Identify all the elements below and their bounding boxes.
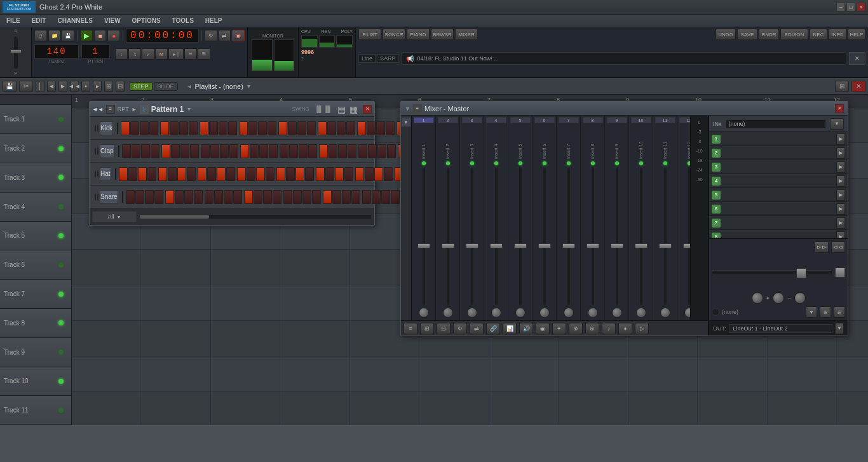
hat-pad-18[interactable] xyxy=(286,167,295,181)
ch-knob-9[interactable] xyxy=(612,308,622,318)
track-8[interactable]: Track 8 xyxy=(0,309,71,338)
minimize-button[interactable]: ─ xyxy=(836,3,845,11)
record-button[interactable]: ● xyxy=(107,30,120,41)
ch-led-10[interactable] xyxy=(639,161,643,165)
master-fader-handle[interactable] xyxy=(796,268,806,278)
ch-fader-handle-5[interactable] xyxy=(514,243,527,248)
snare-pad-28[interactable] xyxy=(391,190,400,204)
clap-pan[interactable] xyxy=(97,147,98,155)
piano-button[interactable]: PIANO xyxy=(407,29,430,40)
slot-1-open-btn[interactable]: ▶ xyxy=(836,133,845,145)
slot-4-open-btn[interactable]: ▶ xyxy=(836,175,845,187)
hat-pad-4[interactable] xyxy=(147,167,156,181)
track-4[interactable]: Track 4 xyxy=(0,193,71,222)
clap-pad-18[interactable] xyxy=(289,144,298,158)
clap-pad-24[interactable] xyxy=(348,144,356,158)
plist-button[interactable]: P.LIST xyxy=(358,29,381,40)
ch-fader-track-4[interactable] xyxy=(495,168,498,305)
snare-pad-5[interactable] xyxy=(165,190,174,204)
mixer-slot-8[interactable]: 8 ▶ xyxy=(709,230,848,238)
kick-pad-9[interactable] xyxy=(200,121,208,135)
beat-seq-arrow[interactable]: ▼ xyxy=(186,106,192,112)
snare-pad-24[interactable] xyxy=(351,190,360,204)
kick-pad-26[interactable] xyxy=(367,121,376,135)
track-7[interactable]: Track 7 xyxy=(0,280,71,309)
hat-pad-6[interactable] xyxy=(168,167,177,181)
clap-pad-10[interactable] xyxy=(210,144,219,158)
ch-knob-4[interactable] xyxy=(491,308,501,318)
ch-led-4[interactable] xyxy=(494,161,498,165)
menu-edit[interactable]: EDIT xyxy=(27,16,51,25)
ch-fader-track-1[interactable] xyxy=(423,168,425,305)
ch-knob-2[interactable] xyxy=(443,308,453,318)
slot-5-open-btn[interactable]: ▶ xyxy=(836,189,845,201)
kick-pad-4[interactable] xyxy=(149,121,158,135)
mixer-tb-11[interactable]: ⊕ xyxy=(569,323,583,334)
snare-pad-17[interactable] xyxy=(283,190,292,204)
menu-options[interactable]: OPTIONs xyxy=(127,16,166,25)
kick-vol[interactable] xyxy=(95,125,96,132)
ch-fader-handle-10[interactable] xyxy=(635,243,648,248)
hat-pad-23[interactable] xyxy=(335,167,344,181)
hat-pad-17[interactable] xyxy=(276,167,285,181)
new-button[interactable]: 🗋 xyxy=(34,30,47,41)
kick-pad-12[interactable] xyxy=(228,121,237,135)
clap-pad-16[interactable] xyxy=(269,144,278,158)
kick-pad-7[interactable] xyxy=(179,121,188,135)
master-pan-knob[interactable] xyxy=(835,268,845,278)
mixer-knob-2[interactable] xyxy=(773,292,784,304)
ch-num-1[interactable]: 1 xyxy=(414,117,434,123)
kick-pan[interactable] xyxy=(97,125,98,132)
mixer-tb-5[interactable]: ⇌ xyxy=(470,323,484,334)
clap-pad-2[interactable] xyxy=(132,144,140,158)
slot-2-open-btn[interactable]: ▶ xyxy=(836,147,845,159)
track-2[interactable]: Track 2 xyxy=(0,134,71,163)
hat-pad-28[interactable] xyxy=(384,167,393,181)
ch-led-2[interactable] xyxy=(446,161,450,165)
open-button[interactable]: 📁 xyxy=(48,30,61,41)
mixer-tb-13[interactable]: ♪ xyxy=(602,323,616,334)
mixer-tb-9[interactable]: ◉ xyxy=(536,323,550,334)
mixer-ff-btn[interactable]: ⊳⊳ xyxy=(815,241,829,253)
snare-pad-1[interactable] xyxy=(126,190,135,204)
clap-pad-15[interactable] xyxy=(259,144,268,158)
kick-pad-13[interactable] xyxy=(239,121,248,135)
ticker-close-button[interactable]: ✕ xyxy=(849,52,865,65)
beat-seq-close-btn[interactable]: ✕ xyxy=(363,105,372,114)
ch-led-3[interactable] xyxy=(470,161,474,165)
brwsr-button[interactable]: BRWSR xyxy=(431,29,454,40)
playlist-close-button[interactable]: ✕ xyxy=(851,81,865,92)
mixer-slot-1[interactable]: 1 ▶ xyxy=(709,132,848,146)
kick-pad-17[interactable] xyxy=(278,121,287,135)
hat-pad-24[interactable] xyxy=(344,167,353,181)
undo-button[interactable]: UNDO xyxy=(715,29,736,40)
mute-button[interactable]: M xyxy=(155,48,168,60)
mixer-knob-3[interactable] xyxy=(794,292,806,304)
hat-pad-13[interactable] xyxy=(237,167,246,181)
kick-pad-8[interactable] xyxy=(189,121,198,135)
stop-button[interactable]: ■ xyxy=(94,30,107,41)
hat-pad-5[interactable] xyxy=(158,167,167,181)
ch-fader-track-6[interactable] xyxy=(543,168,546,305)
slot-7-open-btn[interactable]: ▶ xyxy=(836,217,845,229)
snare-pad-14[interactable] xyxy=(254,190,262,204)
kick-pad-28[interactable] xyxy=(386,121,395,135)
hat-pad-1[interactable] xyxy=(119,167,128,181)
rndr-button[interactable]: RNDR xyxy=(759,29,779,40)
playlist-tb-2[interactable]: ✂ xyxy=(19,81,33,92)
snare-pad-18[interactable] xyxy=(293,190,302,204)
hat-pad-22[interactable] xyxy=(325,167,334,181)
slot-6-open-btn[interactable]: ▶ xyxy=(836,203,845,215)
snare-pad-20[interactable] xyxy=(312,190,321,204)
hat-pad-2[interactable] xyxy=(128,167,137,181)
mixer-slot-2[interactable]: 2 ▶ xyxy=(709,146,848,160)
snare-pad-8[interactable] xyxy=(194,190,203,204)
ch-fader-handle-11[interactable] xyxy=(659,243,672,248)
clap-pad-1[interactable] xyxy=(122,144,131,158)
info-button[interactable]: INFO xyxy=(829,29,846,40)
kick-pad-2[interactable] xyxy=(130,121,139,135)
soncr-button[interactable]: SONCR xyxy=(383,29,405,40)
ch-knob-3[interactable] xyxy=(467,308,477,318)
master-vol-fader[interactable] xyxy=(10,50,22,53)
ch-fader-handle-12[interactable] xyxy=(683,243,691,248)
